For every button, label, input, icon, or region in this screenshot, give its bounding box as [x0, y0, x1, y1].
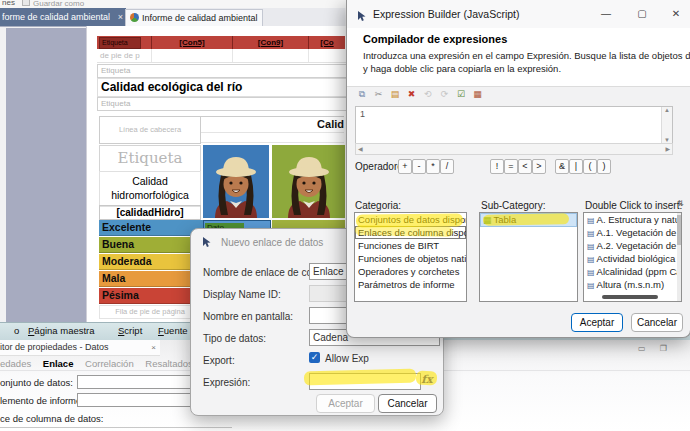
operator-button[interactable]: + [398, 159, 412, 174]
category-item-datasets[interactable]: Conjuntos de datos disponib... [355, 213, 466, 226]
undo-icon[interactable]: ⟲ [421, 89, 435, 99]
data-field-con5[interactable]: [Con5] [152, 37, 232, 48]
delete-icon[interactable]: ✖ [405, 89, 419, 99]
operator-button[interactable]: - [412, 159, 426, 174]
accept-button-disabled[interactable]: Aceptar [316, 394, 375, 413]
subcategory-item-tabla[interactable]: ▦Tabla [480, 213, 577, 227]
cancel-button[interactable]: Cancelar [378, 394, 437, 413]
calidadhidro-data-field[interactable]: [calidadHidro] [99, 205, 201, 220]
operator-button[interactable]: > [532, 159, 546, 174]
operator-button[interactable]: ( [583, 159, 597, 174]
operator-button[interactable]: < [518, 159, 532, 174]
redo-icon[interactable]: ⟳ [438, 89, 452, 99]
cut-icon[interactable]: ✂ [372, 89, 386, 99]
operators-row: Operadores: + - * / ! = < > & | ( ) [347, 159, 690, 175]
data-field-con-clipped[interactable]: [Co [309, 37, 345, 48]
save-as-menu-item[interactable]: Guardar como [22, 0, 84, 8]
minimize-icon[interactable]: — [593, 4, 619, 24]
tab-fragment[interactable]: o [14, 325, 19, 336]
category-item-report-params[interactable]: Parámetros de informe [355, 278, 466, 291]
scroll-up-icon[interactable]: ▲ [662, 107, 672, 113]
table-header-empty-cell[interactable] [201, 132, 344, 143]
hydro-quality-label[interactable]: Calidad hidromorfológica [99, 171, 201, 207]
scrollbar-thumb[interactable] [677, 215, 681, 245]
vertical-scrollbar[interactable] [677, 213, 681, 301]
expression-input[interactable] [309, 373, 421, 390]
operator-button[interactable]: & [555, 159, 569, 174]
quality-row-mala[interactable]: Mala [99, 271, 204, 287]
scroll-right-icon[interactable]: ▶ [665, 145, 670, 152]
cancel-button[interactable]: Cancelar [631, 313, 683, 332]
copy-icon[interactable]: ⧉ [355, 89, 369, 100]
sort-icon[interactable]: ⇅ [677, 199, 684, 208]
operator-button[interactable]: / [440, 159, 454, 174]
editor-tab-inactive[interactable]: Informe de calidad ambiental [125, 9, 263, 27]
category-item-birt-functions[interactable]: Funciones de BIRT [355, 239, 466, 252]
category-label: Categoria: [355, 200, 401, 211]
view-toolbar-icons[interactable]: ▭ ❐ [638, 344, 673, 353]
close-view-icon[interactable]: × [151, 340, 156, 355]
dialog-pointer-icon [201, 236, 213, 250]
quality-row-buena[interactable]: Buena [99, 237, 204, 253]
table-header-value[interactable]: Calid [201, 116, 344, 133]
editor-tab-label: forme de calidad ambiental [000003] [2, 8, 110, 26]
person-image-olive[interactable] [272, 145, 345, 218]
table-header-cell[interactable]: Línea de cabecera [99, 116, 201, 144]
etiqueta-placeholder[interactable]: Etiqueta [97, 97, 348, 111]
insert-item[interactable]: ▤A.2. Vegetación de ribera [584, 239, 681, 252]
tab-script[interactable]: Script [118, 325, 142, 336]
report-title-label[interactable]: Calidad ecológica del río [97, 78, 348, 97]
operator-button[interactable]: | [569, 159, 583, 174]
etiqueta-placeholder-large[interactable]: Etiqueta [99, 145, 201, 172]
close-icon[interactable]: ✕ [663, 4, 689, 24]
tab-correlacion[interactable]: Correlación [85, 358, 134, 369]
validate-icon[interactable]: ☑ [454, 89, 468, 99]
tab-propiedades-fragment[interactable]: edades [0, 358, 31, 369]
paste-icon[interactable]: ▤ [388, 89, 402, 99]
editor-tab-label: Informe de calidad ambiental [142, 13, 258, 23]
insert-item[interactable]: ▤A.1. Vegetación de ribera [584, 226, 681, 239]
operator-button[interactable]: ! [490, 159, 504, 174]
report-pie-icon [130, 13, 139, 22]
insert-item[interactable]: ▤Actividad biológica del su [584, 252, 681, 265]
category-item-operators[interactable]: Operadores y corchetes [355, 265, 466, 278]
insert-item[interactable]: ▤Alcalinidad (ppm CaCO3) [584, 265, 681, 278]
allow-export-checkbox[interactable]: ✓ [309, 352, 320, 363]
horizontal-scrollbar[interactable]: ◀ ▶ [355, 143, 673, 155]
tab-pagina-maestra[interactable]: Página maestra [28, 325, 95, 336]
tab-enlace[interactable]: Enlace [43, 358, 74, 369]
quality-row-excelente[interactable]: Excelente [99, 220, 204, 236]
scroll-left-icon[interactable]: ◀ [358, 145, 363, 152]
document-icon: ▤ [587, 268, 595, 277]
tab-resaltados[interactable]: Resaltados [145, 358, 193, 369]
table-insert-icon[interactable]: ▦ [471, 89, 485, 99]
category-item-native-objects[interactable]: Funciones de objetos nativos... [355, 252, 466, 265]
category-item-column-bindings[interactable]: Enlaces de columna disponib... [355, 226, 466, 239]
fx-expression-builder-button[interactable]: fx [419, 372, 435, 388]
red-row-etiqueta-label[interactable]: Etiqueta [99, 37, 141, 49]
operator-button[interactable]: = [504, 159, 518, 174]
etiqueta-placeholder[interactable]: Etiqueta [97, 64, 348, 78]
dialog-title-bar[interactable]: Expression Builder (JavaScript) — ▢ ✕ [347, 0, 690, 28]
maximize-icon[interactable]: ▢ [629, 4, 655, 24]
insert-item[interactable]: ▤A. Estructura y naturalidad [584, 213, 681, 226]
quality-row-moderada[interactable]: Moderada [99, 254, 204, 270]
quality-row-pesima[interactable]: Pésima [99, 288, 204, 304]
expression-code-area[interactable]: 1 ▲▼ [355, 106, 673, 144]
properties-view-tab[interactable]: itor de propiedades - Datos × [0, 340, 160, 356]
report-item-input[interactable] [77, 393, 197, 407]
accept-button[interactable]: Aceptar [571, 313, 623, 332]
dataset-input[interactable] [77, 375, 197, 389]
insert-item[interactable]: ▤Altura (m.s.n.m) [584, 278, 681, 291]
horizontal-scrollbar-thumb[interactable] [602, 295, 658, 299]
operator-button[interactable]: * [426, 159, 440, 174]
report-red-row[interactable]: Etiqueta [Con5] [Con9] [Co [97, 36, 345, 49]
data-field-con9[interactable]: [Con9] [233, 37, 308, 48]
allow-export-option-label: Allow Exp [325, 353, 369, 364]
person-image-blue[interactable] [203, 145, 269, 218]
editor-tab-active[interactable]: forme de calidad ambiental [000003] × [0, 8, 126, 26]
vertical-scrollbar[interactable]: ▲▼ [661, 107, 672, 143]
close-tab-icon[interactable]: × [118, 8, 123, 26]
export-label: Export: [203, 355, 235, 366]
operator-button[interactable]: ) [597, 159, 611, 174]
